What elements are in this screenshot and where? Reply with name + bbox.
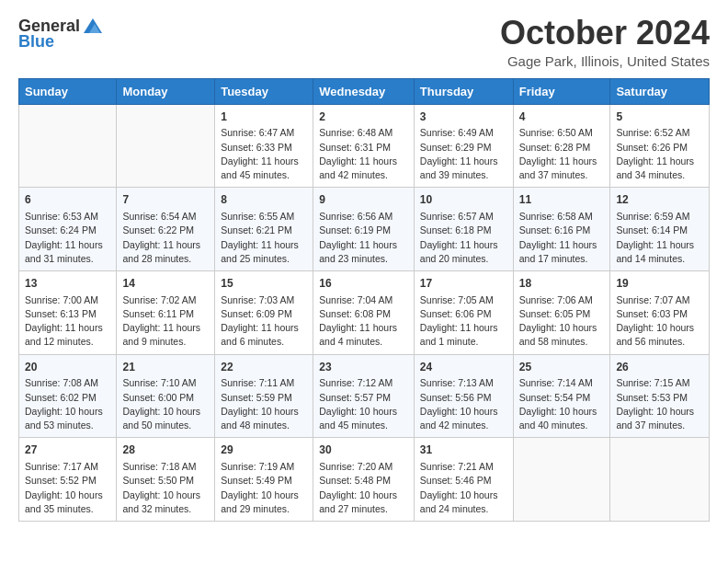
day-detail: Sunrise: 7:17 AMSunset: 5:52 PMDaylight:… bbox=[25, 460, 110, 516]
sunset-text: Sunset: 6:19 PM bbox=[319, 224, 391, 236]
sunrise-text: Sunrise: 6:49 AM bbox=[420, 127, 494, 138]
sunset-text: Sunset: 6:05 PM bbox=[519, 308, 591, 319]
table-row bbox=[117, 104, 215, 188]
logo-area: General Blue bbox=[18, 15, 104, 51]
day-number: 22 bbox=[221, 360, 307, 375]
daylight-text: Daylight: 10 hours and 42 minutes. bbox=[420, 406, 498, 431]
daylight-text: Daylight: 11 hours and 17 minutes. bbox=[519, 239, 597, 264]
table-row: 30Sunrise: 7:20 AMSunset: 5:48 PMDayligh… bbox=[313, 438, 415, 522]
day-number: 13 bbox=[25, 276, 110, 292]
day-number: 8 bbox=[221, 192, 307, 208]
sunrise-text: Sunrise: 6:50 AM bbox=[519, 127, 593, 138]
sunrise-text: Sunrise: 7:03 AM bbox=[221, 294, 294, 305]
daylight-text: Daylight: 11 hours and 25 minutes. bbox=[221, 239, 299, 264]
day-detail: Sunrise: 7:20 AMSunset: 5:48 PMDaylight:… bbox=[319, 460, 408, 516]
daylight-text: Daylight: 11 hours and 34 minutes. bbox=[616, 155, 694, 180]
sunrise-text: Sunrise: 7:14 AM bbox=[519, 377, 593, 388]
sunset-text: Sunset: 5:48 PM bbox=[319, 475, 391, 486]
day-detail: Sunrise: 6:50 AMSunset: 6:28 PMDaylight:… bbox=[519, 126, 605, 182]
day-number: 3 bbox=[420, 109, 507, 125]
sunset-text: Sunset: 5:52 PM bbox=[25, 475, 97, 486]
sunrise-text: Sunrise: 6:58 AM bbox=[519, 211, 593, 222]
table-row: 19Sunrise: 7:07 AMSunset: 6:03 PMDayligh… bbox=[610, 270, 710, 354]
day-number: 6 bbox=[25, 192, 110, 208]
daylight-text: Daylight: 10 hours and 29 minutes. bbox=[221, 489, 299, 514]
sunset-text: Sunset: 5:59 PM bbox=[221, 392, 292, 403]
day-detail: Sunrise: 7:19 AMSunset: 5:49 PMDaylight:… bbox=[221, 460, 307, 516]
daylight-text: Daylight: 10 hours and 32 minutes. bbox=[122, 489, 200, 514]
day-detail: Sunrise: 7:00 AMSunset: 6:13 PMDaylight:… bbox=[25, 293, 110, 350]
day-number: 21 bbox=[122, 360, 209, 375]
header: General Blue October 2024 Gage Park, Ill… bbox=[18, 15, 710, 69]
day-number: 30 bbox=[319, 442, 408, 458]
day-number: 10 bbox=[420, 192, 507, 208]
sunset-text: Sunset: 6:02 PM bbox=[25, 392, 97, 403]
day-number: 27 bbox=[25, 442, 110, 458]
sunset-text: Sunset: 6:03 PM bbox=[616, 308, 688, 319]
day-detail: Sunrise: 7:21 AMSunset: 5:46 PMDaylight:… bbox=[420, 460, 507, 516]
col-sunday: Sunday bbox=[19, 78, 117, 104]
day-number: 25 bbox=[519, 360, 605, 375]
sunset-text: Sunset: 6:22 PM bbox=[122, 224, 194, 236]
sunrise-text: Sunrise: 7:10 AM bbox=[122, 377, 196, 388]
daylight-text: Daylight: 11 hours and 1 minute. bbox=[420, 322, 498, 347]
calendar-week-row: 20Sunrise: 7:08 AMSunset: 6:02 PMDayligh… bbox=[19, 354, 710, 438]
sunrise-text: Sunrise: 6:59 AM bbox=[616, 211, 689, 222]
day-detail: Sunrise: 7:12 AMSunset: 5:57 PMDaylight:… bbox=[319, 376, 408, 432]
sunset-text: Sunset: 6:13 PM bbox=[25, 308, 97, 319]
table-row: 17Sunrise: 7:05 AMSunset: 6:06 PMDayligh… bbox=[414, 270, 513, 354]
table-row: 7Sunrise: 6:54 AMSunset: 6:22 PMDaylight… bbox=[117, 188, 215, 271]
day-detail: Sunrise: 6:59 AMSunset: 6:14 PMDaylight:… bbox=[616, 210, 703, 266]
daylight-text: Daylight: 11 hours and 9 minutes. bbox=[122, 322, 200, 347]
sunrise-text: Sunrise: 7:04 AM bbox=[319, 294, 392, 305]
calendar-week-row: 13Sunrise: 7:00 AMSunset: 6:13 PMDayligh… bbox=[19, 270, 710, 354]
sunrise-text: Sunrise: 6:53 AM bbox=[25, 211, 98, 222]
daylight-text: Daylight: 10 hours and 48 minutes. bbox=[221, 406, 299, 431]
day-number: 26 bbox=[616, 360, 703, 375]
sunset-text: Sunset: 6:14 PM bbox=[616, 224, 688, 236]
calendar-table: Sunday Monday Tuesday Wednesday Thursday… bbox=[18, 78, 710, 522]
day-detail: Sunrise: 6:48 AMSunset: 6:31 PMDaylight:… bbox=[319, 126, 408, 182]
sunset-text: Sunset: 6:08 PM bbox=[319, 308, 391, 319]
day-number: 16 bbox=[319, 276, 408, 292]
calendar-header-row: Sunday Monday Tuesday Wednesday Thursday… bbox=[19, 78, 710, 104]
day-detail: Sunrise: 7:14 AMSunset: 5:54 PMDaylight:… bbox=[519, 376, 605, 432]
day-detail: Sunrise: 6:54 AMSunset: 6:22 PMDaylight:… bbox=[122, 210, 209, 266]
table-row bbox=[513, 438, 610, 522]
table-row: 21Sunrise: 7:10 AMSunset: 6:00 PMDayligh… bbox=[117, 354, 215, 438]
day-detail: Sunrise: 7:07 AMSunset: 6:03 PMDaylight:… bbox=[616, 293, 703, 350]
sunrise-text: Sunrise: 7:08 AM bbox=[25, 377, 98, 388]
table-row: 5Sunrise: 6:52 AMSunset: 6:26 PMDaylight… bbox=[610, 104, 710, 188]
col-wednesday: Wednesday bbox=[313, 78, 415, 104]
day-number: 11 bbox=[519, 192, 605, 208]
sunrise-text: Sunrise: 7:21 AM bbox=[420, 461, 494, 472]
day-detail: Sunrise: 7:15 AMSunset: 5:53 PMDaylight:… bbox=[616, 376, 703, 432]
table-row: 23Sunrise: 7:12 AMSunset: 5:57 PMDayligh… bbox=[313, 354, 415, 438]
sunrise-text: Sunrise: 7:18 AM bbox=[122, 461, 196, 472]
logo-blue: Blue bbox=[18, 32, 54, 51]
sunrise-text: Sunrise: 6:57 AM bbox=[420, 211, 494, 222]
day-detail: Sunrise: 7:02 AMSunset: 6:11 PMDaylight:… bbox=[122, 293, 209, 350]
table-row: 14Sunrise: 7:02 AMSunset: 6:11 PMDayligh… bbox=[117, 270, 215, 354]
day-detail: Sunrise: 7:05 AMSunset: 6:06 PMDaylight:… bbox=[420, 293, 507, 350]
sunset-text: Sunset: 6:18 PM bbox=[420, 224, 492, 236]
table-row: 27Sunrise: 7:17 AMSunset: 5:52 PMDayligh… bbox=[19, 438, 117, 522]
day-detail: Sunrise: 6:57 AMSunset: 6:18 PMDaylight:… bbox=[420, 210, 507, 266]
table-row: 9Sunrise: 6:56 AMSunset: 6:19 PMDaylight… bbox=[313, 188, 415, 271]
day-number: 19 bbox=[616, 276, 703, 292]
sunrise-text: Sunrise: 6:52 AM bbox=[616, 127, 689, 138]
col-saturday: Saturday bbox=[610, 78, 710, 104]
day-number: 31 bbox=[420, 442, 507, 458]
table-row: 8Sunrise: 6:55 AMSunset: 6:21 PMDaylight… bbox=[215, 188, 313, 271]
day-detail: Sunrise: 7:06 AMSunset: 6:05 PMDaylight:… bbox=[519, 293, 605, 350]
day-number: 9 bbox=[319, 192, 408, 208]
day-number: 15 bbox=[221, 276, 307, 292]
calendar-week-row: 1Sunrise: 6:47 AMSunset: 6:33 PMDaylight… bbox=[19, 104, 710, 188]
day-detail: Sunrise: 6:53 AMSunset: 6:24 PMDaylight:… bbox=[25, 210, 110, 266]
sunrise-text: Sunrise: 7:19 AM bbox=[221, 461, 294, 472]
daylight-text: Daylight: 10 hours and 40 minutes. bbox=[519, 406, 597, 431]
sunset-text: Sunset: 5:49 PM bbox=[221, 475, 292, 486]
day-number: 24 bbox=[420, 360, 507, 375]
day-number: 4 bbox=[519, 109, 605, 125]
table-row: 3Sunrise: 6:49 AMSunset: 6:29 PMDaylight… bbox=[414, 104, 513, 188]
